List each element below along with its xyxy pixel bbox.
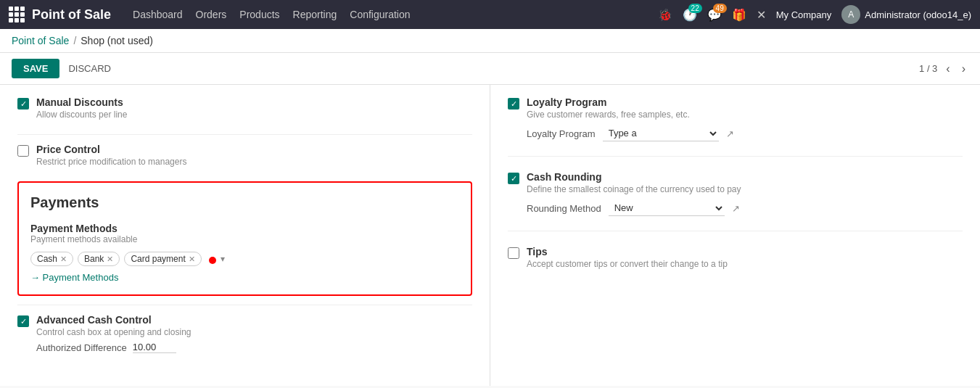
price-control-checkbox[interactable]	[17, 145, 29, 157]
discard-button[interactable]: DISCARD	[59, 59, 120, 78]
tag-card-payment: Card payment ✕	[124, 252, 201, 266]
tips-checkbox[interactable]	[508, 247, 519, 259]
user-name: Administrator (odoo14_e)	[865, 9, 971, 20]
price-control-desc: Restrict price modification to managers	[36, 157, 186, 167]
user-menu[interactable]: A Administrator (odoo14_e)	[841, 5, 971, 24]
nav-right-section: 🐞 🕐 22 💬 49 🎁 ✕ My Company A Administrat…	[658, 5, 971, 24]
tag-bank-remove[interactable]: ✕	[107, 255, 113, 264]
nav-products[interactable]: Products	[239, 9, 279, 20]
loyalty-program-field-row: Loyalty Program Type a ↗	[527, 125, 734, 141]
cash-rounding-checkbox[interactable]	[508, 173, 519, 184]
top-navigation: Point of Sale Dashboard Orders Products …	[0, 0, 980, 29]
pagination-text: 1 / 3	[919, 63, 937, 74]
close-icon[interactable]: ✕	[757, 8, 766, 22]
tips-desc: Accept customer tips or convert their ch…	[527, 259, 728, 269]
authorized-label: Authorized Difference	[36, 342, 127, 353]
manual-discounts-section: Manual Discounts Allow discounts per lin…	[17, 96, 472, 120]
nav-configuration[interactable]: Configuration	[350, 9, 410, 20]
breadcrumb: Point of Sale / Shop (not used)	[0, 29, 980, 53]
main-content: Manual Discounts Allow discounts per lin…	[0, 85, 980, 386]
rounding-method-external-link[interactable]: ↗	[732, 203, 740, 214]
nav-reporting[interactable]: Reporting	[293, 9, 337, 20]
payment-methods-group: Payment Methods Payment methods availabl…	[30, 223, 459, 283]
rounding-method-field-row: Rounding Method New ↗	[527, 200, 741, 216]
rounding-method-select[interactable]: New	[609, 200, 725, 216]
loyalty-program-select[interactable]: Type a	[603, 125, 719, 141]
loyalty-program-section: Loyalty Program Give customer rewards, f…	[508, 96, 963, 141]
breadcrumb-separator: /	[73, 35, 76, 46]
advanced-cash-checkbox[interactable]	[17, 315, 29, 327]
manual-discounts-title: Manual Discounts	[36, 96, 127, 108]
red-dot-indicator	[209, 257, 216, 264]
pagination: 1 / 3 ‹ ›	[919, 62, 968, 75]
grid-icon	[9, 7, 25, 22]
tips-title: Tips	[527, 246, 728, 257]
price-control-title: Price Control	[36, 144, 186, 155]
tag-card-label: Card payment	[131, 254, 185, 264]
breadcrumb-parent[interactable]: Point of Sale	[12, 35, 69, 46]
payment-methods-label: Payment Methods	[30, 223, 459, 234]
gift-icon[interactable]: 🎁	[732, 8, 746, 22]
payments-title: Payments	[30, 194, 459, 211]
user-avatar: A	[841, 5, 860, 24]
payments-section: Payments Payment Methods Payment methods…	[17, 181, 472, 296]
advanced-cash-title: Advanced Cash Control	[36, 314, 191, 326]
loyalty-program-external-link[interactable]: ↗	[726, 128, 734, 139]
main-nav: Dashboard Orders Products Reporting Conf…	[133, 9, 411, 20]
company-name: My Company	[776, 9, 832, 20]
tag-card-remove[interactable]: ✕	[189, 255, 195, 264]
save-button[interactable]: SAVE	[12, 59, 59, 78]
advanced-cash-desc: Control cash box at opening and closing	[36, 327, 191, 337]
tag-bank-label: Bank	[84, 254, 104, 264]
right-panel: Loyalty Program Give customer rewards, f…	[490, 85, 980, 386]
price-control-section: Price Control Restrict price modificatio…	[17, 144, 472, 167]
cash-rounding-title: Cash Rounding	[527, 171, 741, 183]
nav-orders[interactable]: Orders	[196, 9, 227, 20]
chat-badge: 49	[713, 4, 727, 13]
rounding-method-label: Rounding Method	[527, 203, 601, 214]
tag-cash: Cash ✕	[30, 252, 73, 266]
nav-dashboard[interactable]: Dashboard	[133, 9, 183, 20]
cash-rounding-section: Cash Rounding Define the smallest coinag…	[508, 171, 963, 216]
chat-icon[interactable]: 💬 49	[707, 8, 722, 22]
bug-icon[interactable]: 🐞	[658, 8, 672, 22]
advanced-cash-section: Advanced Cash Control Control cash box a…	[17, 314, 472, 353]
app-title: Point of Sale	[32, 7, 111, 22]
manual-discounts-checkbox[interactable]	[17, 98, 29, 110]
next-page-button[interactable]: ›	[959, 62, 968, 75]
payment-methods-link[interactable]: → Payment Methods	[30, 272, 459, 283]
tag-bank: Bank ✕	[78, 252, 120, 266]
authorized-row: Authorized Difference 10.00	[36, 342, 191, 353]
cash-rounding-desc: Define the smallest coinage of the curre…	[527, 184, 741, 194]
authorized-value[interactable]: 10.00	[133, 342, 176, 353]
tags-dropdown-arrow[interactable]: ▾	[221, 254, 225, 264]
loyalty-program-title: Loyalty Program	[527, 96, 734, 108]
payment-tags: Cash ✕ Bank ✕ Card payment ✕ ▾	[30, 252, 459, 266]
loyalty-program-checkbox[interactable]	[508, 98, 519, 110]
payment-methods-desc: Payment methods available	[30, 234, 459, 244]
tag-cash-remove[interactable]: ✕	[60, 255, 67, 264]
loyalty-program-desc: Give customer rewards, free samples, etc…	[527, 110, 734, 120]
breadcrumb-current: Shop (not used)	[81, 35, 153, 46]
prev-page-button[interactable]: ‹	[943, 62, 952, 75]
tips-section: Tips Accept customer tips or convert the…	[508, 246, 963, 269]
clock-badge: 22	[688, 4, 702, 13]
action-bar: SAVE DISCARD 1 / 3 ‹ ›	[0, 53, 980, 85]
clock-icon[interactable]: 🕐 22	[683, 8, 697, 22]
manual-discounts-desc: Allow discounts per line	[36, 110, 127, 120]
app-logo[interactable]: Point of Sale	[9, 7, 111, 22]
loyalty-program-field-label: Loyalty Program	[527, 128, 596, 139]
left-panel: Manual Discounts Allow discounts per lin…	[0, 85, 490, 386]
tag-cash-label: Cash	[37, 254, 57, 264]
